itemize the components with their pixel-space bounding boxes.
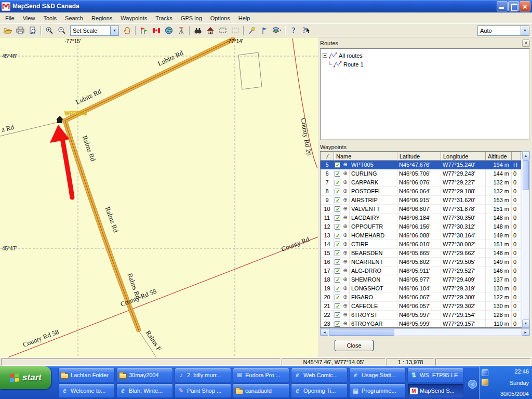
context-help-icon[interactable]: ? bbox=[300, 25, 312, 36]
zoom-out-icon[interactable] bbox=[56, 25, 68, 36]
collapse-chevron-icon[interactable] bbox=[468, 380, 477, 389]
minimize-button[interactable] bbox=[497, 1, 508, 11]
checked-checkbox-icon[interactable] bbox=[335, 312, 340, 318]
checked-checkbox-icon[interactable] bbox=[335, 215, 340, 221]
row-checkbox[interactable] bbox=[334, 240, 341, 249]
waypoint-row[interactable]: 6⊕CURLINGN46°05.706'W77°29.243'144 m0 bbox=[321, 169, 522, 178]
waypoint-row[interactable]: 22⊕6TROYSTN46°05.997'W77°29.154'128 m0 bbox=[321, 311, 522, 320]
scrollbar-thumb[interactable] bbox=[329, 329, 394, 336]
taskbar-button-paint-shop[interactable]: ✎Paint Shop ... bbox=[175, 383, 231, 398]
menu-gps-log[interactable]: GPS log bbox=[177, 14, 206, 23]
maximize-button[interactable] bbox=[508, 1, 519, 11]
scroll-up-icon[interactable] bbox=[522, 152, 529, 159]
row-checkbox[interactable] bbox=[334, 249, 341, 258]
taskbar-button-eudora-pro[interactable]: ✉Eudora Pro ... bbox=[233, 368, 289, 382]
menu-regions[interactable]: Regions bbox=[87, 14, 116, 23]
tray-icon[interactable] bbox=[482, 369, 488, 376]
row-checkbox[interactable] bbox=[334, 267, 341, 275]
waypoint-row[interactable]: 13⊕HOMEHARDN46°06.088'W77°30.164'149 m0 bbox=[321, 231, 522, 240]
waypoint-row[interactable]: 14⊕CTIREN46°06.010'W77°30.002'151 m0 bbox=[321, 240, 522, 249]
waypoint-row[interactable]: 18⊕SHEMRONN46°05.977'W77°29.409'137 m0 bbox=[321, 275, 522, 284]
horizontal-scrollbar[interactable] bbox=[320, 328, 530, 336]
checked-checkbox-icon[interactable] bbox=[335, 286, 340, 291]
column-extra[interactable] bbox=[512, 152, 521, 161]
taskbar-button-programme[interactable]: ▦Programme... bbox=[349, 383, 406, 398]
checked-checkbox-icon[interactable] bbox=[335, 277, 340, 283]
checked-checkbox-icon[interactable] bbox=[335, 189, 340, 194]
scroll-right-icon[interactable] bbox=[522, 329, 529, 336]
checked-checkbox-icon[interactable] bbox=[335, 303, 340, 309]
tree-item-all-routes[interactable]: All routes bbox=[322, 51, 528, 60]
row-checkbox[interactable] bbox=[334, 214, 341, 222]
home-icon[interactable] bbox=[204, 25, 217, 36]
waypoint-row[interactable]: 15⊕BEARSDENN46°05.865'W77°29.662'148 m0 bbox=[321, 249, 522, 258]
checked-checkbox-icon[interactable] bbox=[335, 162, 340, 168]
start-button[interactable]: start bbox=[0, 366, 51, 389]
menu-view[interactable]: View bbox=[19, 14, 39, 23]
row-checkbox[interactable] bbox=[334, 196, 341, 205]
checked-checkbox-icon[interactable] bbox=[335, 206, 340, 212]
gps-antenna-icon[interactable] bbox=[175, 25, 188, 36]
row-checkbox[interactable] bbox=[334, 284, 341, 293]
menu-file[interactable]: File bbox=[1, 14, 19, 23]
close-waypoints-button[interactable]: Close bbox=[335, 340, 374, 351]
help-icon[interactable]: ? bbox=[287, 25, 300, 36]
taskbar-button-lachlan-folder[interactable]: Lachlan Folder bbox=[58, 368, 115, 382]
chevron-down-icon[interactable] bbox=[521, 26, 529, 35]
auto-scale-combobox[interactable]: Auto bbox=[477, 25, 529, 36]
tree-item-route-1[interactable]: Route 1 bbox=[322, 60, 528, 69]
row-checkbox[interactable] bbox=[334, 293, 341, 302]
waypoint-row[interactable]: 8⊕POSTOFFIN46°06.064'W77°29.188'132 m0 bbox=[321, 187, 522, 196]
menu-tools[interactable]: Tools bbox=[39, 14, 61, 23]
waypoint-row[interactable]: 11⊕LACDAIRYN46°06.184'W77°30.350'148 m0 bbox=[321, 214, 522, 222]
taskbar-button-2-billy-murr[interactable]: ♪2. billy murr... bbox=[175, 368, 231, 382]
waypoint-row[interactable]: 7⊕CARPARKN46°06.076'W77°29.227'132 m0 bbox=[321, 178, 522, 187]
row-checkbox[interactable] bbox=[334, 205, 341, 214]
open-icon[interactable] bbox=[2, 25, 14, 36]
waypoint-row[interactable]: 10⊕VALVENTTN46°06.807'W77°31.878'151 m0 bbox=[321, 205, 522, 214]
close-routes-icon[interactable] bbox=[522, 39, 530, 47]
waypoint-row[interactable]: 5⊕WPT005N45°47.676'W77°15.240'194 mH bbox=[321, 161, 522, 169]
checked-checkbox-icon[interactable] bbox=[335, 250, 340, 256]
checked-checkbox-icon[interactable] bbox=[335, 268, 340, 274]
waypoint-row[interactable]: 12⊕OPPOUFTRN46°06.156'W77°30.312'148 m0 bbox=[321, 222, 522, 231]
column-name[interactable]: Name bbox=[334, 152, 397, 161]
waypoint-row[interactable]: 17⊕ALG-DRRON46°05.911'W77°29.527'146 m0 bbox=[321, 267, 522, 275]
checked-checkbox-icon[interactable] bbox=[335, 321, 340, 327]
row-checkbox[interactable] bbox=[334, 187, 341, 196]
row-checkbox[interactable] bbox=[334, 258, 341, 267]
checked-checkbox-icon[interactable] bbox=[335, 242, 340, 247]
column-longitude[interactable]: Longitude bbox=[441, 152, 486, 161]
row-checkbox[interactable] bbox=[334, 302, 341, 311]
checked-checkbox-icon[interactable] bbox=[335, 295, 340, 300]
taskbar-button-opening-ti[interactable]: eOpening Ti... bbox=[291, 383, 348, 398]
waypoint-row[interactable]: 9⊕AIRSTRIPN46°06.915'W77°31.620'153 m0 bbox=[321, 196, 522, 205]
row-checkbox[interactable] bbox=[334, 311, 341, 320]
menu-help[interactable]: Help bbox=[234, 14, 255, 23]
pan-hand-icon[interactable] bbox=[121, 25, 134, 36]
tray-icon[interactable] bbox=[482, 379, 488, 385]
checked-checkbox-icon[interactable] bbox=[335, 224, 340, 230]
canada-flag-icon[interactable] bbox=[150, 25, 163, 36]
scrollbar-thumb[interactable] bbox=[523, 160, 529, 190]
column-sort[interactable]: / bbox=[321, 152, 334, 161]
taskbar-button-ws-ftp95-le[interactable]: ⇅WS_FTP95 LE bbox=[407, 368, 464, 382]
checked-checkbox-icon[interactable] bbox=[335, 233, 340, 238]
column-latitude[interactable]: Latitude bbox=[397, 152, 441, 161]
select-region-icon[interactable] bbox=[217, 25, 229, 36]
taskbar-button-mapsend-s[interactable]: MMapSend S... bbox=[407, 383, 464, 398]
row-checkbox[interactable] bbox=[334, 178, 341, 187]
map-canvas[interactable]: Lubitz Rd Lubitz Rd Ralms Rd Ralms Rd Ra… bbox=[0, 37, 318, 357]
menu-tracks[interactable]: Tracks bbox=[151, 14, 177, 23]
waypoint-row[interactable]: 16⊕NCARRENTN46°05.802'W77°29.505'149 m0 bbox=[321, 258, 522, 267]
taskbar-button-blah-winte[interactable]: eBlah; Winte... bbox=[116, 383, 173, 398]
row-checkbox[interactable] bbox=[334, 169, 341, 178]
tree-collapse-icon[interactable] bbox=[323, 53, 327, 58]
chevron-down-icon[interactable] bbox=[110, 26, 118, 35]
waypoint-row[interactable]: 21⊕CAFEOLEN46°06.057'W77°29.302'130 m0 bbox=[321, 302, 522, 311]
row-checkbox[interactable] bbox=[334, 275, 341, 284]
place-flag-icon[interactable] bbox=[258, 25, 271, 36]
layers-icon[interactable] bbox=[271, 25, 283, 36]
waypoint-row[interactable]: 20⊕FIGARON46°06.067'W77°29.300'122 m0 bbox=[321, 293, 522, 302]
scroll-left-icon[interactable] bbox=[321, 329, 328, 336]
